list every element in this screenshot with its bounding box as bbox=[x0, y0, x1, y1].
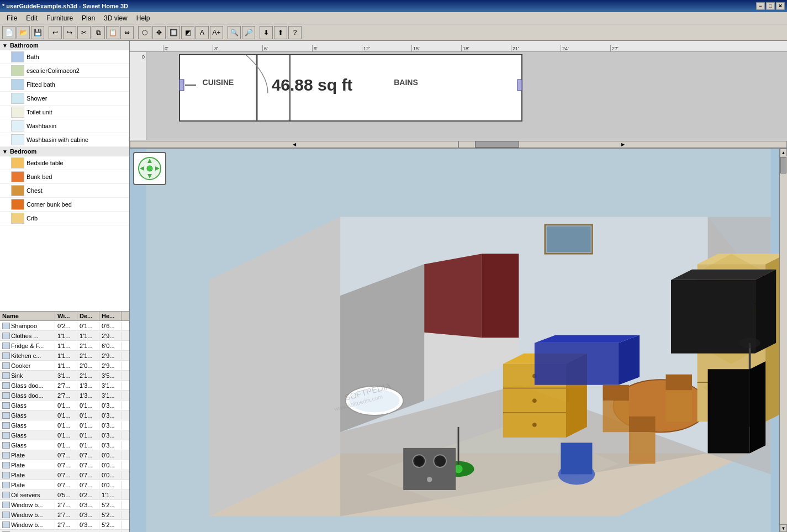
zoom-out-button[interactable]: 🔎 bbox=[242, 26, 255, 39]
table-row[interactable]: Kitchen c... 1'1... 2'1... 2'9... bbox=[0, 351, 129, 361]
new-button[interactable]: 📄 bbox=[2, 26, 15, 39]
redo-button[interactable]: ↪ bbox=[63, 26, 76, 39]
row-de: 2'1... bbox=[77, 342, 99, 350]
table-row[interactable]: Plate 0'7... 0'7... 0'0... bbox=[0, 470, 129, 480]
table-row[interactable]: Fridge & F... 1'1... 2'1... 6'0... bbox=[0, 341, 129, 351]
category-bathroom[interactable]: ▼ Bathroom bbox=[0, 41, 129, 50]
open-button[interactable]: 📂 bbox=[17, 26, 30, 39]
rulerl-3 bbox=[145, 104, 146, 120]
table-row[interactable]: Plate 0'7... 0'7... 0'0... bbox=[0, 450, 129, 460]
svg-text:BAINS: BAINS bbox=[394, 78, 418, 87]
furniture-tree: ▼ Bathroom Bath escalierColimacon2 Fitte… bbox=[0, 41, 129, 312]
ruler-3: 3' bbox=[213, 45, 262, 51]
row-he: 5'2... bbox=[99, 501, 122, 509]
row-de: 0'7... bbox=[77, 451, 99, 459]
menu-furniture[interactable]: Furniture bbox=[42, 13, 77, 23]
table-row[interactable]: Window b... 2'7... 0'3... 5'2... bbox=[0, 500, 129, 510]
vscroll-up[interactable]: ▲ bbox=[780, 149, 787, 156]
text-size-button[interactable]: A+ bbox=[210, 26, 223, 39]
maximize-button[interactable]: □ bbox=[766, 2, 775, 10]
row-he: 0'3... bbox=[99, 431, 122, 439]
room-button[interactable]: ◩ bbox=[181, 26, 194, 39]
close-button[interactable]: ✕ bbox=[776, 2, 785, 10]
import-button[interactable]: ⬇ bbox=[260, 26, 273, 39]
plan-view: 0' 3' 6' 9' 12' 15' 18' 21' 24' 27' 0 bbox=[130, 41, 787, 149]
category-bedroom[interactable]: ▼ Bedroom bbox=[0, 147, 129, 156]
plan-canvas[interactable]: CUISINE BAINS 46.88 sq ft bbox=[146, 52, 787, 140]
table-row[interactable]: Sink 3'1... 2'1... 3'5... bbox=[0, 371, 129, 381]
hscroll-left[interactable]: ◀ bbox=[130, 141, 458, 149]
row-he: 0'0... bbox=[99, 461, 122, 469]
table-row[interactable]: Window b... 2'7... 0'3... 5'2... bbox=[0, 520, 129, 530]
select-button[interactable]: ⬡ bbox=[138, 26, 151, 39]
table-row[interactable]: Cooker 1'1... 2'0... 2'9... bbox=[0, 361, 129, 371]
row-icon bbox=[2, 422, 10, 429]
table-row[interactable]: Electric r... 1'2... 0'3... 1'5... bbox=[0, 530, 129, 532]
row-wi: 1'1... bbox=[55, 332, 77, 340]
table-row[interactable]: Oil servers 0'5... 0'2... 1'1... bbox=[0, 490, 129, 500]
menu-3dview[interactable]: 3D view bbox=[99, 13, 132, 23]
chest-label: Chest bbox=[27, 187, 43, 194]
save-button[interactable]: 💾 bbox=[31, 26, 44, 39]
table-row[interactable]: Glass doo... 2'7... 1'3... 3'1... bbox=[0, 391, 129, 401]
plan-hscroll[interactable]: ◀ ▶ bbox=[130, 140, 787, 149]
menu-edit[interactable]: Edit bbox=[22, 13, 42, 23]
table-row[interactable]: Glass 0'1... 0'1... 0'3... bbox=[0, 401, 129, 410]
svg-point-63 bbox=[434, 455, 446, 467]
tree-item-cornerbunk[interactable]: Corner bunk bed bbox=[0, 198, 129, 212]
table-row[interactable]: Glass 0'1... 0'1... 0'3... bbox=[0, 410, 129, 420]
wall-button[interactable]: 🔲 bbox=[167, 26, 180, 39]
svg-text:CUISINE: CUISINE bbox=[203, 78, 234, 87]
row-wi: 0'2... bbox=[55, 322, 77, 330]
tree-item-chest[interactable]: Chest bbox=[0, 184, 129, 198]
table-row[interactable]: Glass doo... 2'7... 1'3... 3'1... bbox=[0, 381, 129, 391]
table-row[interactable]: Clothes ... 1'1... 1'1... 2'9... bbox=[0, 331, 129, 341]
pan-button[interactable]: ✥ bbox=[152, 26, 166, 39]
minimize-button[interactable]: − bbox=[756, 2, 765, 10]
tree-item-bath[interactable]: Bath bbox=[0, 50, 129, 64]
label-button[interactable]: A bbox=[196, 26, 209, 39]
menu-help[interactable]: Help bbox=[132, 13, 155, 23]
row-wi: 1'1... bbox=[55, 362, 77, 370]
row-wi: 1'1... bbox=[55, 342, 77, 350]
export-button[interactable]: ⬆ bbox=[274, 26, 287, 39]
tree-item-washbasincab[interactable]: Washbasin with cabine bbox=[0, 133, 129, 147]
tree-item-bedside[interactable]: Bedside table bbox=[0, 156, 129, 170]
bath-label: Bath bbox=[27, 54, 39, 60]
table-row[interactable]: Glass 0'1... 0'1... 0'3... bbox=[0, 440, 129, 450]
row-name: Sink bbox=[11, 372, 23, 379]
cut-button[interactable]: ✂ bbox=[77, 26, 91, 39]
row-wi: 3'1... bbox=[55, 372, 77, 380]
tree-item-toilet[interactable]: Toilet unit bbox=[0, 106, 129, 119]
svg-rect-61 bbox=[403, 448, 456, 490]
tree-item-shower[interactable]: Shower bbox=[0, 92, 129, 106]
copy-button[interactable]: ⧉ bbox=[92, 26, 105, 39]
row-de: 0'3... bbox=[77, 511, 99, 519]
undo-button[interactable]: ↩ bbox=[49, 26, 62, 39]
vscroll-down[interactable]: ▼ bbox=[780, 524, 787, 532]
crib-icon bbox=[11, 213, 24, 224]
row-name: Clothes ... bbox=[11, 333, 39, 339]
menu-file[interactable]: File bbox=[2, 13, 22, 23]
table-row[interactable]: Glass 0'1... 0'1... 0'3... bbox=[0, 420, 129, 430]
vscroll-thumb[interactable] bbox=[780, 157, 786, 173]
row-name: Plate bbox=[11, 452, 25, 459]
nav-widget[interactable] bbox=[133, 152, 166, 185]
tree-item-washbasin[interactable]: Washbasin bbox=[0, 119, 129, 133]
menu-plan[interactable]: Plan bbox=[77, 13, 99, 23]
table-row[interactable]: Glass 0'1... 0'1... 0'3... bbox=[0, 430, 129, 440]
tree-item-crib[interactable]: Crib bbox=[0, 212, 129, 225]
table-row[interactable]: Shampoo 0'2... 0'1... 0'6... bbox=[0, 321, 129, 331]
mirror-button[interactable]: ⇔ bbox=[120, 26, 134, 39]
help-button[interactable]: ? bbox=[288, 26, 302, 39]
table-row[interactable]: Plate 0'7... 0'7... 0'0... bbox=[0, 480, 129, 490]
row-name: Kitchen c... bbox=[11, 352, 41, 359]
zoom-in-button[interactable]: 🔍 bbox=[228, 26, 241, 39]
paste-button[interactable]: 📋 bbox=[106, 26, 119, 39]
table-row[interactable]: Window b... 2'7... 0'3... 5'2... bbox=[0, 510, 129, 520]
tree-item-escalier[interactable]: escalierColimacon2 bbox=[0, 64, 129, 78]
tree-item-fittedbath[interactable]: Fitted bath bbox=[0, 78, 129, 92]
table-row[interactable]: Plate 0'7... 0'7... 0'0... bbox=[0, 460, 129, 470]
tree-item-bunkbed[interactable]: Bunk bed bbox=[0, 170, 129, 184]
escalier-label: escalierColimacon2 bbox=[27, 67, 80, 74]
